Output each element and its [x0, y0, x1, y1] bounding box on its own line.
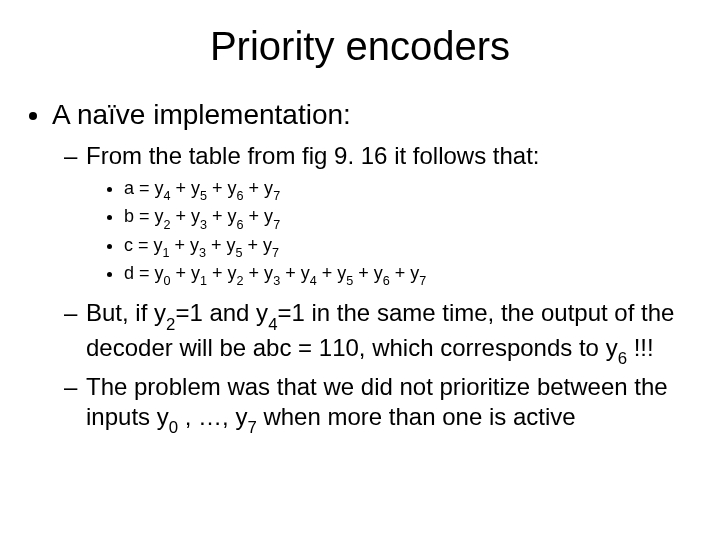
- sub-2: 2: [237, 274, 244, 288]
- sub-7: 7: [273, 218, 280, 232]
- slide-title: Priority encoders: [24, 24, 696, 69]
- sub-6: 6: [237, 189, 244, 203]
- sub-2: 2: [164, 218, 171, 232]
- sub-3: 3: [200, 218, 207, 232]
- sub-0: 0: [164, 274, 171, 288]
- sub-6: 6: [237, 218, 244, 232]
- but-4: !!!: [627, 334, 654, 361]
- plus: + y: [170, 235, 200, 255]
- l1-item: A naïve implementation: From the table f…: [52, 99, 696, 437]
- l2-problem: The problem was that we did not prioriti…: [86, 372, 696, 437]
- plus: + y: [244, 206, 274, 226]
- sub-7: 7: [272, 246, 279, 260]
- plus: + y: [353, 263, 383, 283]
- plus: + y: [243, 235, 273, 255]
- sub-4: 4: [268, 315, 277, 334]
- l1-text: A naïve implementation:: [52, 99, 351, 130]
- eq-a-pre: a = y: [124, 178, 164, 198]
- eq-c-pre: c = y: [124, 235, 163, 255]
- plus: + y: [244, 263, 274, 283]
- sub-4: 4: [310, 274, 317, 288]
- sub-5: 5: [200, 189, 207, 203]
- eq-d: d = y0 + y1 + y2 + y3 + y4 + y5 + y6 + y…: [124, 262, 696, 288]
- sub-3: 3: [199, 246, 206, 260]
- plus: + y: [206, 235, 236, 255]
- equation-list: a = y4 + y5 + y6 + y7 b = y2 + y3 + y6 +…: [86, 177, 696, 288]
- bullet-list-level2: From the table from fig 9. 16 it follows…: [52, 141, 696, 437]
- sub-1: 1: [200, 274, 207, 288]
- plus: + y: [171, 178, 201, 198]
- plus: + y: [207, 206, 237, 226]
- but-2: =1 and y: [175, 299, 268, 326]
- sub-5: 5: [236, 246, 243, 260]
- plus: + y: [244, 178, 274, 198]
- sub-1: 1: [163, 246, 170, 260]
- prob-3: when more than one is active: [257, 403, 576, 430]
- eq-a: a = y4 + y5 + y6 + y7: [124, 177, 696, 203]
- l2-from-table: From the table from fig 9. 16 it follows…: [86, 141, 696, 288]
- l2-but: But, if y2=1 and y4=1 in the same time, …: [86, 298, 696, 368]
- sub-4: 4: [164, 189, 171, 203]
- sub-2: 2: [166, 315, 175, 334]
- sub-7: 7: [273, 189, 280, 203]
- plus: + y: [317, 263, 347, 283]
- eq-d-pre: d = y: [124, 263, 164, 283]
- l2a-text: From the table from fig 9. 16 it follows…: [86, 142, 540, 169]
- plus: + y: [390, 263, 420, 283]
- eq-b: b = y2 + y3 + y6 + y7: [124, 205, 696, 231]
- plus: + y: [207, 263, 237, 283]
- plus: + y: [171, 206, 201, 226]
- sub-7: 7: [247, 418, 256, 437]
- eq-c: c = y1 + y3 + y5 + y7: [124, 234, 696, 260]
- sub-6: 6: [383, 274, 390, 288]
- eq-b-pre: b = y: [124, 206, 164, 226]
- sub-3: 3: [273, 274, 280, 288]
- bullet-list-level1: A naïve implementation: From the table f…: [34, 99, 696, 437]
- sub-7: 7: [419, 274, 426, 288]
- plus: + y: [207, 178, 237, 198]
- sub-5: 5: [346, 274, 353, 288]
- prob-2: , …, y: [178, 403, 247, 430]
- slide: Priority encoders A naïve implementation…: [0, 0, 720, 540]
- sub-0: 0: [169, 418, 178, 437]
- plus: + y: [171, 263, 201, 283]
- but-1: But, if y: [86, 299, 166, 326]
- plus: + y: [280, 263, 310, 283]
- sub-6: 6: [618, 349, 627, 368]
